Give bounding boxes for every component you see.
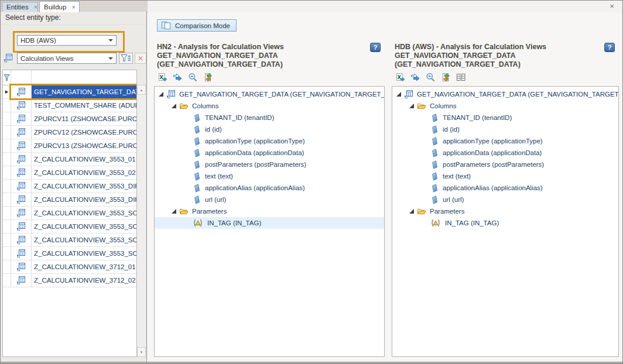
list-filter-row[interactable] [3,70,136,85]
tree-folder-node[interactable]: Columns [155,100,384,112]
filter-button[interactable] [119,53,133,64]
list-item-label: Z_CALCULATIONVIEW_3712_01 (ZSF [32,260,136,273]
comparison-mode-button[interactable]: Comparison Mode [157,19,237,32]
list-item-label: TEST_COMMENT_SHARE (ADUERRST [32,99,136,112]
list-item[interactable]: ZPURCV11 (ZSHOWCASE.PURCHASIN [3,112,136,126]
tree-leaf-node[interactable]: TENANT_ID (tenantID) [155,112,384,123]
tree-leaf-node[interactable]: postParameters (postParameters) [392,159,618,170]
window-close-icon[interactable]: × [608,2,616,10]
help-icon[interactable]: ? [604,43,615,52]
tree-leaf-node[interactable]: TENANT_ID (tenantID) [392,112,618,123]
help-icon[interactable]: ? [370,43,381,52]
column-icon [192,136,201,146]
calculation-view-icon [11,260,32,273]
comparison-mode-label: Comparison Mode [175,22,230,29]
tree-root-node[interactable]: GET_NAVIGATION_TARGET_DATA (GET_NAVIGATI… [155,88,384,100]
row-gutter [3,193,11,206]
list-item-label: Z_CALCULATIONVIEW_3553_DIRECT [32,180,136,193]
calculation-view-icon [11,112,32,125]
zoom-out-icon[interactable] [425,72,436,83]
entity-list: ▶GET_NAVIGATION_TARGET_DATA (sTEST_COMME… [2,70,137,357]
funnel-lines-icon [121,54,131,63]
folder-icon [179,207,189,216]
sync-document-icon[interactable] [440,72,451,83]
sync-document-icon[interactable] [203,72,213,83]
transfer-arrows-icon[interactable] [172,72,183,83]
expanded-arrow-icon[interactable] [396,92,401,97]
list-item[interactable]: ZPURCV13 (ZSHOWCASE.PURCHASIN [3,139,136,153]
tree-root-node[interactable]: GET_NAVIGATION_TARGET_DATA (GET_NAVIGATI… [392,88,618,100]
tree-folder-node[interactable]: Parameters [392,205,618,217]
tree-leaf-node[interactable]: id (id) [155,123,384,135]
tree-leaf-node[interactable]: applicationAlias (applicationAlias) [392,182,618,194]
calculation-view-icon [11,153,32,166]
transfer-arrows-icon[interactable] [410,72,420,83]
export-excel-icon[interactable] [157,72,167,83]
folder-icon [179,101,189,111]
tree-node-label: applicationData (applicationData) [205,149,304,156]
tree-leaf-node[interactable]: url (url) [155,194,384,205]
expanded-arrow-icon[interactable] [409,209,414,214]
list-item-label: Z_CALCULATIONVIEW_3553_02 (ZSF [32,166,136,179]
tree-leaf-node[interactable]: text (text) [155,170,384,182]
list-item[interactable]: Z_CALCULATIONVIEW_3553_SCRIPT [3,247,136,260]
list-item[interactable]: Z_CALCULATIONVIEW_3553_DIRECT [3,193,136,207]
entity-type-dropdown[interactable]: HDB (AWS) [17,35,117,46]
filter-text-cell[interactable] [32,70,136,85]
tree-leaf-node[interactable]: IN_TAG (IN_TAG) [392,217,618,229]
expanded-arrow-icon[interactable] [409,104,414,108]
list-item-label: Z_CALCULATIONVIEW_3553_DIRECT [32,193,136,206]
tree-leaf-node[interactable]: text (text) [392,170,618,182]
list-item[interactable]: ZPURCV12 (ZSHOWCASE.PURCHASIN [3,126,136,139]
column-icon [192,160,201,169]
tab-close-icon[interactable]: × [71,4,75,11]
filter-icon-cell[interactable] [11,70,32,85]
list-item[interactable]: Z_CALCULATIONVIEW_3553_SCRIPT [3,207,136,220]
selected-row-marker-icon: ▶ [5,90,8,94]
column-icon [430,183,439,193]
tree-leaf-node[interactable]: applicationData (applicationData) [392,147,618,159]
list-item[interactable]: ▶GET_NAVIGATION_TARGET_DATA (s [3,85,136,99]
tab-entities[interactable]: Entities × [2,2,38,12]
scroll-up-icon[interactable]: ▲ [137,85,146,95]
expanded-arrow-icon[interactable] [172,104,176,108]
list-scrollbar[interactable]: ▲ ▼ [137,85,146,357]
column-icon [192,148,201,157]
list-item[interactable]: Z_CALCULATIONVIEW_3553_DIRECT [3,180,136,193]
list-item[interactable]: Z_CALCULATIONVIEW_3712_01 (ZSF [3,260,136,274]
tree-node-label: Columns [430,102,456,109]
grid-view-icon[interactable] [456,72,466,83]
list-item[interactable]: TEST_COMMENT_SHARE (ADUERRST [3,99,136,112]
tree-leaf-node[interactable]: applicationData (applicationData) [155,147,384,159]
analysis-tree: GET_NAVIGATION_TARGET_DATA (GET_NAVIGATI… [154,86,385,357]
list-item[interactable]: Z_CALCULATIONVIEW_3553_01 (ZSF [3,153,136,166]
tree-leaf-node[interactable]: applicationType (applicationType) [155,135,384,147]
tree-node-label: GET_NAVIGATION_TARGET_DATA (GET_NAVIGATI… [179,91,385,98]
tree-leaf-node[interactable]: IN_TAG (IN_TAG) [155,217,384,229]
view-type-dropdown[interactable]: Calculation Views [17,53,117,64]
export-excel-icon[interactable] [395,72,405,83]
zoom-out-icon[interactable] [187,72,198,83]
calculation-view-icon [11,274,32,287]
calculation-view-icon [11,166,32,179]
expanded-arrow-icon[interactable] [172,209,176,214]
tree-leaf-node[interactable]: applicationAlias (applicationAlias) [155,182,384,194]
expanded-arrow-icon[interactable] [159,92,163,97]
tab-buildup[interactable]: Buildup × [39,1,80,12]
tree-leaf-node[interactable]: url (url) [392,194,618,205]
calcview-icon [404,90,413,99]
list-item[interactable]: Z_CALCULATIONVIEW_3553_02 (ZSF [3,166,136,180]
tree-leaf-node[interactable]: applicationType (applicationType) [392,135,618,147]
tree-folder-node[interactable]: Columns [392,100,618,112]
list-item[interactable]: Z_CALCULATIONVIEW_3553_SCRIPT [3,233,136,247]
tab-close-icon[interactable]: × [34,4,37,11]
tree-leaf-node[interactable]: id (id) [392,123,618,135]
list-item-label: GET_NAVIGATION_TARGET_DATA (s [32,85,136,98]
list-item[interactable]: Z_CALCULATIONVIEW_3712_02 (ZSF [3,274,136,287]
scroll-down-icon[interactable]: ▼ [137,347,146,357]
clear-filter-button[interactable]: ✕ [135,53,146,64]
column-icon [430,148,439,157]
tree-leaf-node[interactable]: postParameters (postParameters) [155,159,384,170]
tree-folder-node[interactable]: Parameters [155,205,384,217]
list-item[interactable]: Z_CALCULATIONVIEW_3553_SCRIPT [3,220,136,233]
